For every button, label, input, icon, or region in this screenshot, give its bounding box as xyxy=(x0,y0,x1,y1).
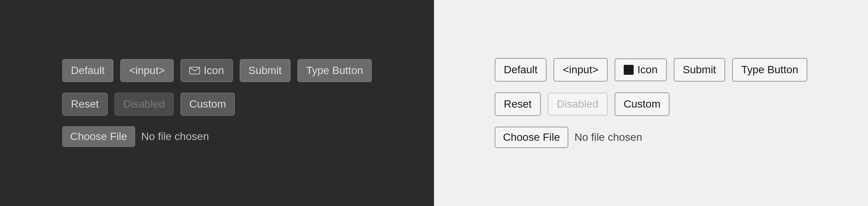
light-choose-file-button[interactable]: Choose File xyxy=(495,127,568,148)
light-no-file-text: No file chosen xyxy=(574,131,642,143)
light-input-button[interactable]: <input> xyxy=(553,58,607,82)
dark-choose-file-button[interactable]: Choose File xyxy=(62,126,135,147)
light-button-group: Default <input> Icon Submit Type Button … xyxy=(495,58,808,148)
dark-submit-button[interactable]: Submit xyxy=(240,59,290,82)
dark-row-2: Reset Disabled Custom xyxy=(62,93,235,116)
light-custom-button[interactable]: Custom xyxy=(615,92,670,116)
dark-custom-button[interactable]: Custom xyxy=(181,93,235,116)
dark-input-button[interactable]: <input> xyxy=(120,59,173,82)
light-reset-button[interactable]: Reset xyxy=(495,92,541,116)
dark-reset-button[interactable]: Reset xyxy=(62,93,108,116)
light-icon-button[interactable]: Icon xyxy=(615,58,667,81)
light-row-3: Choose File No file chosen xyxy=(495,127,642,148)
light-row-2: Reset Disabled Custom xyxy=(495,92,670,116)
envelope-icon xyxy=(189,67,200,74)
dark-row-1: Default <input> Icon Submit Type Button xyxy=(62,59,372,82)
dark-icon-button[interactable]: Icon xyxy=(181,59,233,82)
light-panel: Default <input> Icon Submit Type Button … xyxy=(434,0,868,206)
square-icon xyxy=(624,65,634,75)
light-row-1: Default <input> Icon Submit Type Button xyxy=(495,58,808,82)
dark-panel: Default <input> Icon Submit Type Button … xyxy=(0,0,434,206)
dark-disabled-button: Disabled xyxy=(115,93,174,116)
dark-no-file-text: No file chosen xyxy=(141,130,209,143)
light-submit-button[interactable]: Submit xyxy=(674,58,725,82)
light-disabled-button: Disabled xyxy=(548,93,608,116)
dark-icon-label: Icon xyxy=(204,64,224,77)
light-icon-label: Icon xyxy=(637,64,658,76)
light-default-button[interactable]: Default xyxy=(495,58,547,82)
dark-default-button[interactable]: Default xyxy=(62,59,114,82)
light-type-button-button[interactable]: Type Button xyxy=(732,58,807,82)
dark-button-group: Default <input> Icon Submit Type Button … xyxy=(62,59,372,146)
dark-row-3: Choose File No file chosen xyxy=(62,126,209,147)
dark-type-button-button[interactable]: Type Button xyxy=(297,59,372,82)
